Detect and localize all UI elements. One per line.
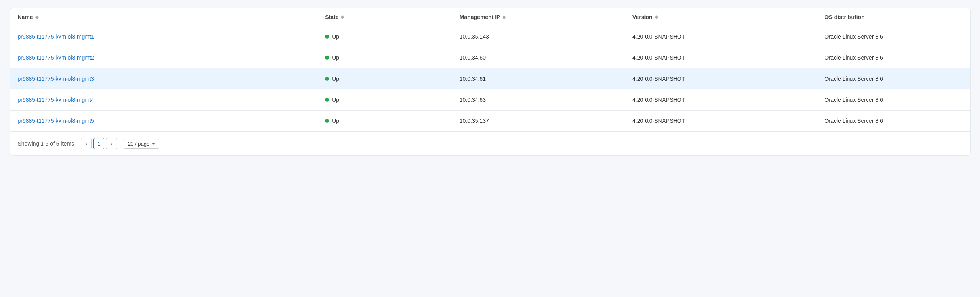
column-header-state[interactable]: State: [317, 8, 452, 26]
cell-mgmt-ip: 10.0.34.63: [452, 89, 624, 111]
cell-os: Oracle Linux Server 8.6: [817, 68, 970, 89]
cell-os: Oracle Linux Server 8.6: [817, 89, 970, 111]
sort-icon-version: [655, 15, 658, 19]
state-indicator-dot: [325, 98, 329, 102]
state-label: Up: [332, 97, 339, 103]
column-header-version[interactable]: Version: [624, 8, 817, 26]
cell-os: Oracle Linux Server 8.6: [817, 26, 970, 47]
cell-version: 4.20.0.0-SNAPSHOT: [624, 111, 817, 132]
cell-os: Oracle Linux Server 8.6: [817, 111, 970, 132]
column-header-mgmt-ip[interactable]: Management IP: [452, 8, 624, 26]
pagination-next-button[interactable]: ›: [106, 138, 117, 149]
cell-mgmt-ip: 10.0.35.137: [452, 111, 624, 132]
state-label: Up: [332, 118, 339, 124]
state-indicator-dot: [325, 56, 329, 60]
table-row: pr9885-t11775-kvm-ol8-mgmt4Up10.0.34.634…: [10, 89, 970, 111]
cell-version: 4.20.0.0-SNAPSHOT: [624, 68, 817, 89]
cell-name: pr9885-t11775-kvm-ol8-mgmt5: [10, 111, 317, 132]
data-table: Name State: [10, 8, 971, 156]
pagination-bar: Showing 1-5 of 5 items ‹ 1 › 20 / page: [10, 131, 970, 155]
sort-icon-mgmt-ip: [503, 15, 506, 19]
table-row: pr9885-t11775-kvm-ol8-mgmt2Up10.0.34.604…: [10, 47, 970, 68]
pagination-prev-button[interactable]: ‹: [81, 138, 92, 149]
cell-state: Up: [317, 111, 452, 132]
table-row: pr9885-t11775-kvm-ol8-mgmt1Up10.0.35.143…: [10, 26, 970, 47]
cell-os: Oracle Linux Server 8.6: [817, 47, 970, 68]
chevron-down-icon: [152, 143, 155, 145]
cell-name: pr9885-t11775-kvm-ol8-mgmt3: [10, 68, 317, 89]
state-indicator-dot: [325, 119, 329, 123]
cell-name: pr9885-t11775-kvm-ol8-mgmt1: [10, 26, 317, 47]
cell-version: 4.20.0.0-SNAPSHOT: [624, 47, 817, 68]
node-name-link[interactable]: pr9885-t11775-kvm-ol8-mgmt1: [18, 33, 94, 40]
state-label: Up: [332, 54, 339, 61]
pagination-page-1-button[interactable]: 1: [93, 138, 104, 149]
cell-mgmt-ip: 10.0.34.60: [452, 47, 624, 68]
table-row: pr9885-t11775-kvm-ol8-mgmt5Up10.0.35.137…: [10, 111, 970, 132]
cell-state: Up: [317, 68, 452, 89]
pagination-info: Showing 1-5 of 5 items: [18, 140, 74, 147]
sort-icon-state: [341, 15, 344, 19]
column-header-os: OS distribution: [817, 8, 970, 26]
state-label: Up: [332, 33, 339, 40]
node-name-link[interactable]: pr9885-t11775-kvm-ol8-mgmt2: [18, 54, 94, 61]
cell-name: pr9885-t11775-kvm-ol8-mgmt2: [10, 47, 317, 68]
state-indicator-dot: [325, 77, 329, 81]
per-page-selector[interactable]: 20 / page: [124, 139, 159, 149]
cell-state: Up: [317, 26, 452, 47]
node-name-link[interactable]: pr9885-t11775-kvm-ol8-mgmt5: [18, 118, 94, 124]
cell-name: pr9885-t11775-kvm-ol8-mgmt4: [10, 89, 317, 111]
node-name-link[interactable]: pr9885-t11775-kvm-ol8-mgmt4: [18, 97, 94, 103]
cell-mgmt-ip: 10.0.34.61: [452, 68, 624, 89]
sort-icon-name: [35, 15, 39, 19]
table-header-row: Name State: [10, 8, 970, 26]
cell-mgmt-ip: 10.0.35.143: [452, 26, 624, 47]
cell-state: Up: [317, 89, 452, 111]
state-indicator-dot: [325, 35, 329, 39]
column-header-name[interactable]: Name: [10, 8, 317, 26]
cell-version: 4.20.0.0-SNAPSHOT: [624, 26, 817, 47]
cell-state: Up: [317, 47, 452, 68]
pagination-nav: ‹ 1 ›: [81, 138, 117, 149]
state-label: Up: [332, 76, 339, 82]
table-row: pr9885-t11775-kvm-ol8-mgmt3Up10.0.34.614…: [10, 68, 970, 89]
cell-version: 4.20.0.0-SNAPSHOT: [624, 89, 817, 111]
node-name-link[interactable]: pr9885-t11775-kvm-ol8-mgmt3: [18, 76, 94, 82]
